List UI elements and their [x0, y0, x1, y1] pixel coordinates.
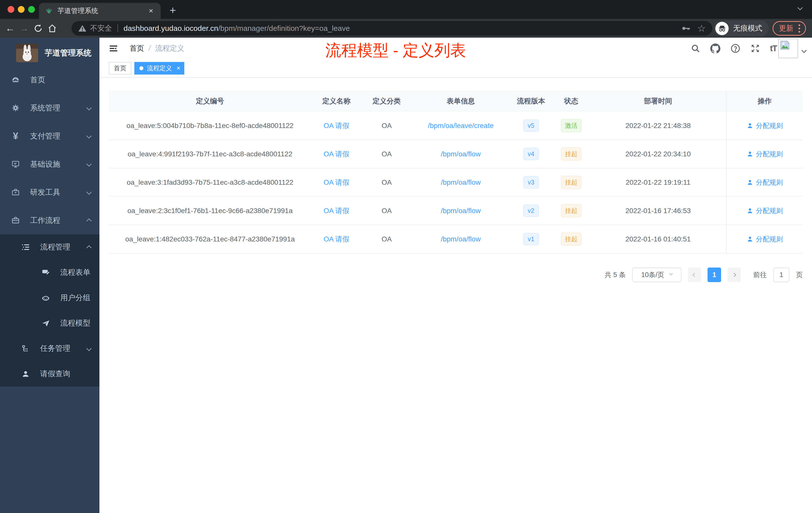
- incognito-label: 无痕模式: [733, 23, 762, 33]
- new-tab-button[interactable]: +: [166, 4, 179, 17]
- insecure-label[interactable]: 不安全: [90, 23, 112, 33]
- goto-page-input[interactable]: [773, 268, 789, 282]
- address-bar[interactable]: 不安全 dashboard.yudao.iocoder.cn/bpm/manag…: [71, 21, 712, 36]
- sidebar-item-process-form[interactable]: 流程表单: [0, 260, 99, 285]
- column-header: 定义分类: [361, 96, 412, 106]
- sidebar-item-label: 系统管理: [30, 103, 60, 113]
- definition-category-cell: OA: [361, 178, 412, 186]
- close-window-button[interactable]: [7, 6, 14, 13]
- deploy-time-cell: 2022-01-22 19:19:11: [590, 178, 726, 186]
- avatar-broken-image[interactable]: [778, 39, 798, 58]
- current-page-button[interactable]: 1: [707, 268, 721, 282]
- tab-close-icon[interactable]: ×: [147, 6, 155, 15]
- page-content: 定义编号 定义名称 定义分类 表单信息 流程版本 状态 部署时间 操作 oa_l…: [99, 78, 812, 513]
- tag-close-icon[interactable]: ×: [176, 64, 180, 72]
- sidebar-item-leave-query[interactable]: 请假查询: [0, 361, 99, 387]
- breadcrumb-home[interactable]: 首页: [129, 43, 144, 54]
- workflow-submenu: 流程管理 流程表单 用户分组: [0, 234, 99, 387]
- deploy-time-cell: 2022-01-16 01:40:51: [590, 235, 726, 243]
- sidebar-item-task-management[interactable]: 任务管理: [0, 336, 99, 361]
- definition-category-cell: OA: [361, 150, 412, 158]
- tag-process-definition[interactable]: 流程定义 ×: [134, 62, 184, 74]
- sidebar-filler: [0, 387, 99, 513]
- home-button[interactable]: [45, 21, 59, 35]
- user-icon: [747, 207, 754, 214]
- bookmark-star-icon[interactable]: ☆: [697, 23, 706, 34]
- password-key-icon[interactable]: [681, 24, 690, 33]
- assign-rule-label: 分配规则: [756, 178, 783, 187]
- form-info-link[interactable]: /bpm/oa/flow: [412, 150, 510, 158]
- form-info-link[interactable]: /bpm/oa/flow: [412, 207, 510, 215]
- sidebar-item-label: 任务管理: [40, 343, 70, 354]
- assign-rule-link[interactable]: 分配规则: [747, 178, 783, 187]
- fullscreen-icon[interactable]: [751, 44, 760, 53]
- paper-plane-icon: [41, 319, 51, 328]
- tags-view-bar: 首页 流程定义 ×: [99, 59, 812, 78]
- form-info-link[interactable]: /bpm/oa/leave/create: [412, 122, 510, 130]
- table-row: oa_leave:3:1fad3d93-7b75-11ec-a3c8-acde4…: [109, 169, 803, 197]
- sidebar-logo[interactable]: 芋道管理系统: [0, 38, 99, 66]
- table-row: oa_leave:2:3c1f0ef1-76b1-11ec-9c66-a2380…: [109, 197, 803, 225]
- back-button[interactable]: ←: [3, 21, 17, 35]
- prev-page-button[interactable]: [688, 268, 701, 282]
- definition-name-link[interactable]: OA 请假: [311, 206, 361, 216]
- user-icon: [747, 179, 754, 186]
- browser-tab[interactable]: 芋道管理系统 ×: [39, 3, 161, 19]
- definition-name-link[interactable]: OA 请假: [311, 178, 361, 187]
- sidebar-item-payment[interactable]: ¥ 支付管理: [0, 122, 99, 150]
- assign-rule-link[interactable]: 分配规则: [747, 235, 783, 244]
- sidebar-item-home[interactable]: 首页: [0, 66, 99, 94]
- url-text[interactable]: dashboard.yudao.iocoder.cn/bpm/manager/d…: [123, 24, 676, 33]
- form-info-link[interactable]: /bpm/oa/flow: [412, 235, 510, 243]
- table-row: oa_leave:5:004b710b-7b8a-11ec-8ef0-acde4…: [109, 112, 803, 140]
- sidebar-item-process-management[interactable]: 流程管理: [0, 234, 99, 260]
- assign-rule-link[interactable]: 分配规则: [747, 121, 783, 130]
- definition-category-cell: OA: [361, 207, 412, 215]
- tag-home[interactable]: 首页: [109, 62, 131, 74]
- github-icon[interactable]: [710, 43, 720, 54]
- sidebar-item-dev-tools[interactable]: 研发工具: [0, 178, 99, 206]
- user-icon: [747, 236, 754, 243]
- sidebar-item-user-group[interactable]: 用户分组: [0, 285, 99, 310]
- url-divider: [117, 24, 118, 32]
- definition-id-cell: oa_leave:3:1fad3d93-7b75-11ec-a3c8-acde4…: [109, 178, 311, 186]
- minimize-window-button[interactable]: [18, 6, 25, 13]
- definition-name-link[interactable]: OA 请假: [311, 149, 361, 159]
- page-size-select[interactable]: 10条/页: [632, 268, 682, 282]
- dashboard-gauge-icon: [10, 76, 21, 84]
- sidebar-collapse-icon[interactable]: [106, 41, 121, 56]
- definition-name-link[interactable]: OA 请假: [311, 121, 361, 130]
- tab-title: 芋道管理系统: [58, 6, 147, 15]
- forward-button[interactable]: →: [17, 21, 31, 35]
- version-badge: v3: [523, 176, 539, 188]
- monitor-icon: [10, 160, 21, 169]
- briefcase-icon: [10, 216, 21, 224]
- help-icon[interactable]: [730, 43, 741, 54]
- toolbox-icon: [10, 188, 21, 197]
- search-icon[interactable]: [691, 44, 700, 53]
- sidebar-item-label: 首页: [30, 75, 45, 85]
- sidebar-item-system[interactable]: 系统管理: [0, 94, 99, 122]
- sidebar-item-workflow[interactable]: 工作流程: [0, 206, 99, 234]
- browser-tab-strip: 芋道管理系统 × +: [0, 0, 812, 19]
- definition-name-link[interactable]: OA 请假: [311, 234, 361, 244]
- next-page-button[interactable]: [728, 268, 741, 282]
- zoom-window-button[interactable]: [28, 6, 35, 13]
- browser-menu-kebab-icon[interactable]: [798, 23, 801, 34]
- avatar-dropdown-chevron-icon[interactable]: [802, 48, 807, 53]
- tab-search-chevron-icon[interactable]: [798, 5, 803, 10]
- app-navbar: 首页 / 流程定义 流程模型 - 定义列表: [99, 38, 812, 59]
- font-size-icon[interactable]: tT: [770, 44, 777, 53]
- assign-rule-label: 分配规则: [756, 206, 783, 215]
- status-badge: 挂起: [561, 233, 581, 246]
- assign-rule-link[interactable]: 分配规则: [747, 150, 783, 159]
- sidebar-item-process-model[interactable]: 流程模型: [0, 310, 99, 336]
- form-info-link[interactable]: /bpm/oa/flow: [412, 178, 510, 186]
- deploy-time-cell: 2022-01-22 21:48:38: [590, 122, 726, 130]
- assign-rule-link[interactable]: 分配规则: [747, 206, 783, 215]
- insecure-warning-icon[interactable]: [78, 24, 87, 33]
- reload-button[interactable]: [31, 21, 45, 35]
- sidebar-item-infrastructure[interactable]: 基础设施: [0, 150, 99, 178]
- update-button[interactable]: 更新: [773, 21, 806, 36]
- sidebar-item-label: 流程管理: [40, 242, 70, 252]
